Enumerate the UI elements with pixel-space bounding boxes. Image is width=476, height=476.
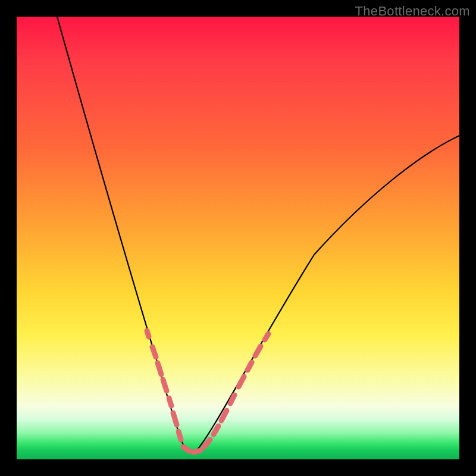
dash-markers-right — [214, 334, 268, 434]
svg-line-6 — [178, 431, 181, 440]
svg-line-5 — [173, 413, 177, 425]
svg-line-16 — [265, 334, 268, 340]
svg-line-9 — [204, 440, 210, 447]
svg-line-2 — [158, 363, 161, 374]
plot-area — [17, 17, 459, 459]
chart-frame: TheBottleneck.com — [0, 0, 476, 476]
dash-markers-left — [147, 331, 181, 440]
svg-line-3 — [163, 380, 167, 391]
svg-line-4 — [169, 398, 171, 406]
svg-line-13 — [239, 377, 244, 387]
svg-line-8 — [193, 450, 201, 452]
svg-line-10 — [214, 426, 218, 434]
svg-line-7 — [183, 447, 189, 451]
svg-line-14 — [248, 362, 252, 370]
svg-line-15 — [255, 346, 261, 356]
svg-line-1 — [152, 347, 156, 357]
curve-svg — [17, 17, 459, 459]
svg-line-12 — [230, 395, 234, 403]
dash-markers-floor — [183, 440, 210, 452]
bottleneck-curve — [57, 17, 459, 452]
svg-line-0 — [147, 331, 149, 337]
